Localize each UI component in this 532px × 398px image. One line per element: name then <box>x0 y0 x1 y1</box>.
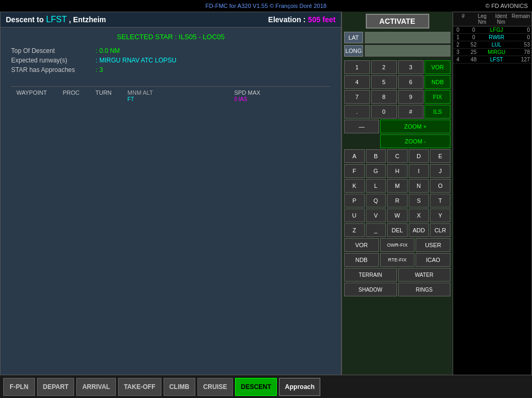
key-1[interactable]: 1 <box>344 60 370 74</box>
func-terrain[interactable]: TERRAIN <box>344 268 397 282</box>
btn-depart[interactable]: DEPART <box>37 378 74 396</box>
key-9[interactable]: 9 <box>398 90 424 104</box>
key-7[interactable]: 7 <box>344 90 370 104</box>
fd-avionics-label: © FD AVIONICS <box>485 3 528 9</box>
func-icao[interactable]: ICAO <box>416 253 450 267</box>
key-2[interactable]: 2 <box>371 60 397 74</box>
key-b[interactable]: B <box>366 149 386 163</box>
key-w[interactable]: W <box>387 209 408 222</box>
descent-prefix: Descent to <box>6 15 44 24</box>
key-v[interactable]: V <box>366 209 386 222</box>
key-4[interactable]: 4 <box>344 75 370 89</box>
key-d[interactable]: D <box>409 149 429 163</box>
key-g[interactable]: G <box>366 164 386 178</box>
tod-value: : 0.0 NM <box>96 47 120 55</box>
key-underscore[interactable]: _ <box>366 223 386 237</box>
bottom-bar: F-PLN DEPART ARRIVAL TAKE-OFF CLIMB CRUI… <box>0 375 532 398</box>
table-row: 4 48 LFST 127 <box>453 56 531 64</box>
key-l[interactable]: L <box>366 179 386 193</box>
key-ndb[interactable]: NDB <box>425 75 450 89</box>
key-u[interactable]: U <box>344 209 365 222</box>
key-add[interactable]: ADD <box>409 223 429 237</box>
key-y[interactable]: Y <box>430 209 450 222</box>
func-vor[interactable]: VOR <box>344 238 379 252</box>
table-row: 2 52 LUL 53 <box>453 41 531 49</box>
key-6[interactable]: 6 <box>398 75 424 89</box>
col-waypoint: WAYPOINT <box>16 89 47 102</box>
func-rte-fix[interactable]: RTE-FIX <box>380 253 415 267</box>
key-c[interactable]: C <box>387 149 408 163</box>
key-e[interactable]: E <box>430 149 450 163</box>
btn-takeoff[interactable]: TAKE-OFF <box>118 378 161 396</box>
key-dot[interactable]: . <box>344 105 370 119</box>
key-fix[interactable]: FIX <box>425 90 450 104</box>
key-t[interactable]: T <box>430 194 450 207</box>
func-ndb[interactable]: NDB <box>344 253 379 267</box>
key-o[interactable]: O <box>430 179 450 193</box>
activate-button[interactable]: ACTIVATE <box>366 14 429 29</box>
selected-star-value: ILS05 - LOC05 <box>179 33 225 41</box>
col-turn: TURN <box>95 89 112 102</box>
col-remain: Remain <box>512 13 530 25</box>
key-h[interactable]: H <box>387 164 408 178</box>
btn-cruise[interactable]: CRUISE <box>197 378 233 396</box>
key-0[interactable]: 0 <box>371 105 397 119</box>
col-hash: # <box>455 13 472 25</box>
btn-climb[interactable]: CLIMB <box>164 378 195 396</box>
key-8[interactable]: 8 <box>371 90 397 104</box>
table-row: 0 0 LFGJ 0 <box>453 26 531 34</box>
btn-descent[interactable]: DESCENT <box>235 378 277 396</box>
key-clr[interactable]: CLR <box>430 223 450 237</box>
lat-long-section: LAT LONG <box>344 32 450 58</box>
star-label: STAR has Approaches <box>11 66 96 74</box>
key-5[interactable]: 5 <box>371 75 397 89</box>
key-k[interactable]: K <box>344 179 365 193</box>
key-s[interactable]: S <box>409 194 429 207</box>
func-user[interactable]: USER <box>416 238 450 252</box>
btn-approach[interactable]: Approach <box>279 378 320 396</box>
col-ft: FT <box>128 96 134 102</box>
dest-name: , Entzheim <box>69 15 106 24</box>
key-ils[interactable]: ILS <box>425 105 450 119</box>
key-a[interactable]: A <box>344 149 365 163</box>
btn-arrival[interactable]: ARRIVAL <box>76 378 115 396</box>
top-of-descent-row: Top Of Descent : 0.0 NM <box>11 47 330 55</box>
key-dash[interactable]: — <box>344 120 379 133</box>
key-j[interactable]: J <box>430 164 450 178</box>
activate-row: ACTIVATE <box>344 14 450 29</box>
key-x[interactable]: X <box>409 209 429 222</box>
key-i[interactable]: I <box>409 164 429 178</box>
col-ias: 0 IAS <box>234 96 247 102</box>
func-shadow[interactable]: SHADOW <box>344 283 397 296</box>
key-p[interactable]: P <box>344 194 365 207</box>
key-m[interactable]: M <box>387 179 408 193</box>
middle-section: Descent to LFST , Entzheim Elevation : 5… <box>0 12 532 398</box>
func-water[interactable]: WATER <box>398 268 451 282</box>
key-r[interactable]: R <box>387 194 408 207</box>
selected-star-row: SELECTED STAR : ILS05 - LOC05 <box>11 33 330 41</box>
col-spd-max: SPD MAX <box>234 89 260 96</box>
long-field[interactable] <box>365 45 450 57</box>
key-n[interactable]: N <box>409 179 429 193</box>
key-f[interactable]: F <box>344 164 365 178</box>
key-vor[interactable]: VOR <box>425 60 450 74</box>
lat-field[interactable] <box>365 32 450 43</box>
lat-row: LAT <box>344 32 450 43</box>
key-z[interactable]: Z <box>344 223 365 237</box>
key-zoom-plus[interactable]: ZOOM + <box>380 120 450 133</box>
flight-info: SELECTED STAR : ILS05 - LOC05 Top Of Des… <box>1 28 341 397</box>
selected-star-label: SELECTED STAR : <box>117 33 177 41</box>
key-q[interactable]: Q <box>366 194 386 207</box>
func-rings[interactable]: RINGS <box>398 283 451 296</box>
keyboard-panel: ACTIVATE LAT LONG 1 <box>341 12 453 398</box>
waypoint-header: WAYPOINT PROC TURN MNM ALT FT SPD MAX 0 … <box>11 86 330 105</box>
key-3[interactable]: 3 <box>398 60 424 74</box>
key-hash[interactable]: # <box>398 105 424 119</box>
long-label: LONG <box>345 48 362 54</box>
data-table-header: # LegNm IdentNm Remain <box>453 12 531 26</box>
func-owr-fix[interactable]: OWR-FIX <box>380 238 415 252</box>
key-zoom-minus[interactable]: ZOOM - <box>380 134 450 148</box>
key-del[interactable]: DEL <box>387 223 408 237</box>
elevation-value: 505 feet <box>308 15 336 24</box>
btn-fpln[interactable]: F-PLN <box>3 378 35 396</box>
